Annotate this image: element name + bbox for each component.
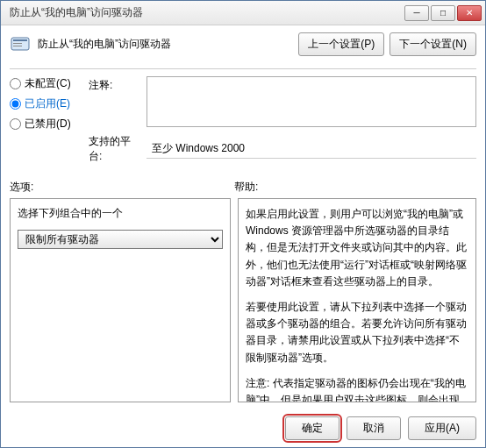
svg-rect-3 <box>13 46 22 46</box>
titlebar-text: 防止从“我的电脑”访问驱动器 <box>4 5 404 20</box>
radio-enabled[interactable]: 已启用(E) <box>10 96 82 111</box>
titlebar: 防止从“我的电脑”访问驱动器 ─ □ ✕ <box>1 1 485 25</box>
radio-enabled-label: 已启用(E) <box>25 96 70 111</box>
divider <box>10 68 476 69</box>
comment-input[interactable] <box>147 76 476 127</box>
cancel-button[interactable]: 取消 <box>347 416 401 440</box>
help-paragraph: 如果启用此设置，则用户可以浏览“我的电脑”或 Windows 资源管理器中所选驱… <box>246 206 468 290</box>
radio-disabled-label: 已禁用(D) <box>25 117 71 132</box>
content-area: 防止从“我的电脑”访问驱动器 上一个设置(P) 下一个设置(N) 未配置(C) … <box>1 25 485 409</box>
ok-button[interactable]: 确定 <box>285 416 339 440</box>
header-label: 防止从“我的电脑”访问驱动器 <box>38 37 291 52</box>
comment-column: 注释: 支持的平台: 至少 Windows 2000 <box>89 76 476 164</box>
platform-row: 支持的平台: 至少 Windows 2000 <box>89 134 476 164</box>
radio-group: 未配置(C) 已启用(E) 已禁用(D) <box>10 76 82 132</box>
radio-unconfigured-input[interactable] <box>10 78 21 89</box>
radio-enabled-input[interactable] <box>10 98 21 110</box>
window-controls: ─ □ ✕ <box>404 5 482 21</box>
mid-labels: 选项: 帮助: <box>10 180 476 195</box>
radio-unconfigured[interactable]: 未配置(C) <box>10 76 82 91</box>
platform-label: 支持的平台: <box>89 134 141 164</box>
help-paragraph: 若要使用此设置，请从下拉列表中选择一个驱动器或多个驱动器的组合。若要允许访问所有… <box>246 299 468 366</box>
options-instruction: 选择下列组合中的一个 <box>18 206 223 221</box>
options-panel: 选择下列组合中的一个 限制所有驱动器 <box>10 198 231 402</box>
close-button[interactable]: ✕ <box>457 5 482 21</box>
minimize-button[interactable]: ─ <box>404 5 429 21</box>
comment-label: 注释: <box>89 76 141 93</box>
next-setting-button[interactable]: 下一个设置(N) <box>390 32 476 56</box>
lower-panels: 选择下列组合中的一个 限制所有驱动器 如果启用此设置，则用户可以浏览“我的电脑”… <box>10 198 476 402</box>
options-label: 选项: <box>10 180 234 195</box>
apply-button[interactable]: 应用(A) <box>408 416 476 440</box>
comment-row: 注释: <box>89 76 476 127</box>
svg-rect-2 <box>13 43 22 44</box>
help-panel: 如果启用此设置，则用户可以浏览“我的电脑”或 Windows 资源管理器中所选驱… <box>238 198 476 402</box>
policy-icon <box>10 34 31 55</box>
radio-disabled[interactable]: 已禁用(D) <box>10 117 82 132</box>
drive-restriction-dropdown[interactable]: 限制所有驱动器 <box>18 230 223 249</box>
help-paragraph: 注意: 代表指定驱动器的图标仍会出现在“我的电脑”中，但是如果用户双击这些图标，… <box>246 375 468 402</box>
nav-buttons: 上一个设置(P) 下一个设置(N) <box>298 32 476 56</box>
dialog-window: 防止从“我的电脑”访问驱动器 ─ □ ✕ 防止从“我的电脑”访问驱动器 上一个设… <box>0 0 486 448</box>
footer: 确定 取消 应用(A) <box>1 409 485 447</box>
platform-value: 至少 Windows 2000 <box>147 139 476 159</box>
help-label: 帮助: <box>234 180 258 195</box>
config-row: 未配置(C) 已启用(E) 已禁用(D) 注释: 支持的平台: <box>10 76 476 164</box>
svg-rect-1 <box>13 39 27 41</box>
radio-unconfigured-label: 未配置(C) <box>25 76 71 91</box>
prev-setting-button[interactable]: 上一个设置(P) <box>298 32 384 56</box>
maximize-button[interactable]: □ <box>431 5 455 21</box>
radio-disabled-input[interactable] <box>10 118 21 130</box>
header-row: 防止从“我的电脑”访问驱动器 上一个设置(P) 下一个设置(N) <box>10 32 476 56</box>
